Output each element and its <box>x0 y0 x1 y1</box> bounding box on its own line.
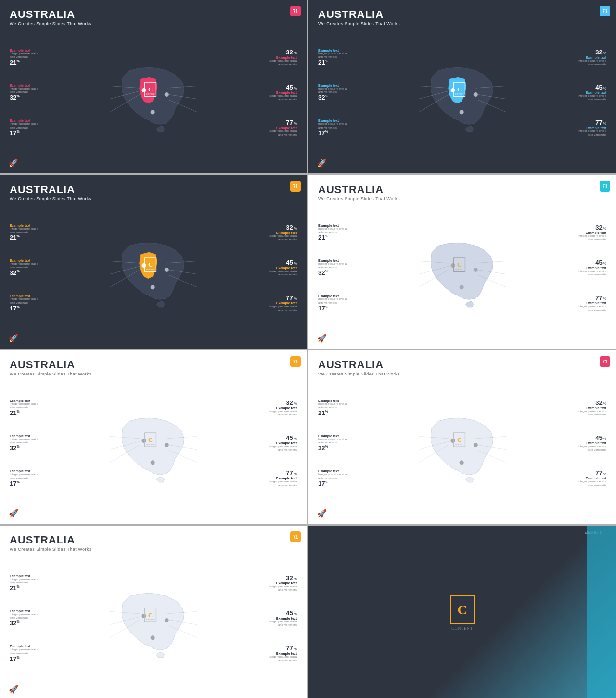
svg-point-12 <box>450 88 455 92</box>
slide-subtitle: We Creates Simple Slides That Works <box>318 21 606 26</box>
slide-title: AUSTRALIA <box>10 9 297 20</box>
map-container: C CONTENT <box>371 385 553 501</box>
svg-text:CONTENT: CONTENT <box>455 444 463 446</box>
slide-badge: 71 <box>600 6 610 16</box>
slide-subtitle: We Creates Simple Slides That Works <box>10 196 297 201</box>
slide-3: 71 AUSTRALIA We Creates Simple Slides Th… <box>0 175 308 349</box>
svg-text:CONTENT: CONTENT <box>146 94 154 96</box>
map-container: C CONTENT <box>63 210 244 325</box>
slide-2: 71 AUSTRALIA We Creates Simple Slides Th… <box>308 0 616 174</box>
svg-text:C: C <box>148 261 153 268</box>
map-container: C CONTENT <box>371 35 553 150</box>
svg-text:CONTENT: CONTENT <box>455 94 463 96</box>
stat-label: Example text <box>10 49 63 52</box>
preview-logo: C CONTENT <box>450 595 475 631</box>
svg-point-1 <box>164 92 168 97</box>
map-container: C CONTENT <box>63 385 244 501</box>
logo-letter: C <box>457 602 467 618</box>
slide-title: AUSTRALIA <box>10 534 297 546</box>
svg-text:CONTENT: CONTENT <box>455 269 463 271</box>
slide-title: AUSTRALIA <box>10 184 297 195</box>
stat-percent: 32% <box>318 94 371 101</box>
logo-box: C <box>450 595 475 624</box>
blue-stripe <box>587 526 616 698</box>
slide-7: 71 AUSTRALIA We Creates Simple Slides Th… <box>0 526 308 698</box>
svg-point-72 <box>141 614 146 618</box>
svg-point-0 <box>141 88 146 92</box>
stat-label: Example text <box>318 119 371 122</box>
stat-desc: Integer posuere erat aante venenatis <box>10 122 63 129</box>
australia-map: C CONTENT <box>105 224 202 311</box>
logo-text: CONTENT <box>451 626 473 631</box>
slide-6: 71 AUSTRALIA We Creates Simple Slides Th… <box>308 350 616 525</box>
australia-map: C CONTENT <box>414 224 511 311</box>
stat-desc: Integer posuere erat aante venenatis <box>10 87 63 94</box>
slide-badge: 71 <box>600 181 610 192</box>
slide-subtitle: We Creates Simple Slides That Works <box>10 547 297 552</box>
right-stats: 32% Example text Integer posuere erat aa… <box>244 390 297 496</box>
left-stats: Example text Integer posuere erat aante … <box>10 215 63 321</box>
map-container: C CONTENT <box>371 210 553 325</box>
slide-badge: 71 <box>290 531 301 542</box>
svg-point-48 <box>141 439 146 443</box>
svg-text:CONTENT: CONTENT <box>146 269 154 271</box>
svg-point-2 <box>150 110 154 115</box>
stat-desc: Integer posuere erat aante venenatis <box>10 52 63 59</box>
svg-text:C: C <box>457 261 462 268</box>
stat-label: Example text <box>318 84 371 87</box>
right-stats: 32% Example text Integer posuere erat aa… <box>244 565 297 671</box>
slide-subtitle: We Creates Simple Slides That Works <box>10 21 297 26</box>
slide-subtitle: We Creates Simple Slides That Works <box>318 372 606 376</box>
svg-text:CONTENT: CONTENT <box>146 620 154 621</box>
slide-badge: 71 <box>290 6 301 16</box>
svg-point-14 <box>459 110 463 115</box>
stat-desc: Integer posuere erat aante venenatis <box>318 52 371 59</box>
stat-desc: Integer posuere erat aante venenatis <box>244 129 297 136</box>
svg-point-60 <box>450 439 455 443</box>
right-stats: 32% Example text Integer posuere erat aa… <box>553 39 606 145</box>
right-stats: 32% Example text Integer posuere erat aa… <box>553 390 606 496</box>
stat-desc: Integer posuere erat aante venenatis <box>318 122 371 129</box>
stat-label: Example text <box>10 84 63 87</box>
slide-badge: 71 <box>600 356 610 367</box>
rocket-icon: 🚀 <box>317 334 327 343</box>
svg-point-74 <box>150 636 154 640</box>
svg-text:C: C <box>148 612 153 619</box>
stat-percent: 32% <box>10 94 63 101</box>
svg-point-73 <box>164 618 168 622</box>
stat-percent: 17% <box>10 129 63 137</box>
svg-text:CONTENT: CONTENT <box>146 444 154 446</box>
svg-point-61 <box>473 443 477 447</box>
slide-badge: 71 <box>290 181 301 192</box>
australia-map: C CONTENT <box>105 49 202 136</box>
slide-title: AUSTRALIA <box>318 184 606 195</box>
left-stats: Example text Integer posuere erat aante … <box>10 565 63 671</box>
svg-point-24 <box>141 263 146 268</box>
slide-title: AUSTRALIA <box>318 9 606 20</box>
slide-title: AUSTRALIA <box>318 359 606 371</box>
right-stats: 32% Example text Integer posuere erat aa… <box>244 39 297 145</box>
rocket-icon: 🚀 <box>317 509 327 518</box>
map-container: C CONTENT <box>63 35 244 150</box>
map-container: C CONTENT <box>63 560 244 676</box>
svg-point-36 <box>450 263 455 268</box>
svg-point-13 <box>473 92 477 97</box>
slide-5: 71 AUSTRALIA We Creates Simple Slides Th… <box>0 350 308 525</box>
slide-8-preview: slide 8 / 8 C CONTENT <box>308 526 616 698</box>
rocket-icon: 🚀 <box>9 685 18 694</box>
svg-point-38 <box>459 285 463 290</box>
slide-subtitle: We Creates Simple Slides That Works <box>318 196 606 201</box>
svg-text:C: C <box>148 86 153 93</box>
slide-badge: 71 <box>290 356 301 367</box>
left-stats: Example text Integer posuere erat aante … <box>10 39 63 145</box>
australia-map: C CONTENT <box>105 400 202 486</box>
svg-text:C: C <box>457 86 462 93</box>
rocket-icon: 🚀 <box>317 158 327 168</box>
rocket-icon: 🚀 <box>9 158 18 168</box>
slide-4: 71 AUSTRALIA We Creates Simple Slides Th… <box>308 175 616 349</box>
svg-point-25 <box>164 268 168 272</box>
stat-label: Example text <box>10 119 63 122</box>
stat-label: Example text <box>318 49 371 52</box>
rocket-icon: 🚀 <box>9 334 18 343</box>
right-stats: 32% Example text Integer posuere erat aa… <box>244 215 297 321</box>
